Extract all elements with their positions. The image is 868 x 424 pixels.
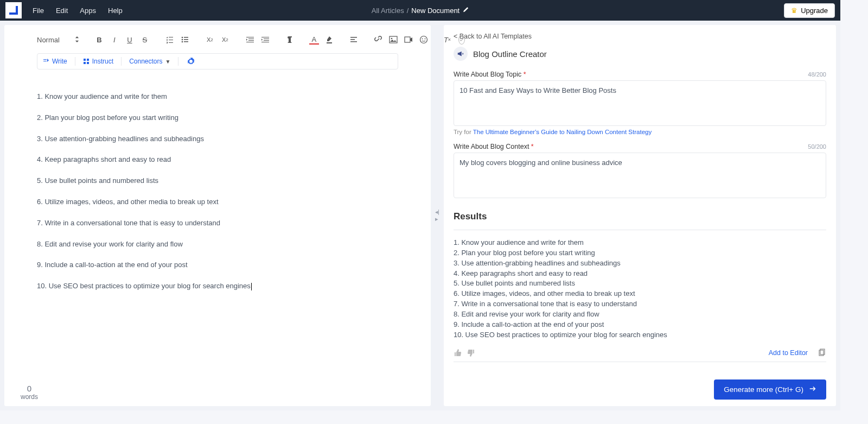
editor-line[interactable]: 10. Use SEO best practices to optimize y…	[37, 281, 398, 292]
result-line: 10. Use SEO best practices to optimize y…	[454, 330, 826, 340]
write-button[interactable]: Write	[43, 58, 67, 65]
chevron-updown-icon	[75, 36, 79, 43]
main-menu: File Edit Apps Help	[33, 7, 123, 15]
outdent-icon[interactable]	[245, 35, 255, 45]
svg-rect-12	[84, 59, 86, 61]
result-line: 7. Write in a conversational tone that i…	[454, 299, 826, 309]
editor-line[interactable]: 2. Plan your blog post before you start …	[37, 112, 398, 124]
ai-panel: < Back to All AI Templates Blog Outline …	[444, 25, 836, 406]
menu-apps[interactable]: Apps	[80, 7, 96, 15]
connectors-label: Connectors	[129, 58, 162, 65]
editor-panel: Normal B I U S	[4, 25, 431, 406]
thumbs-up-icon[interactable]	[454, 349, 462, 357]
word-count-num: 0	[21, 384, 38, 393]
editor-content[interactable]: 1. Know your audience and write for them…	[4, 75, 431, 406]
image-icon[interactable]	[388, 35, 398, 45]
unordered-list-icon[interactable]	[180, 35, 190, 45]
align-icon[interactable]	[349, 35, 358, 45]
try-example-link[interactable]: The Ultimate Beginner's Guide to Nailing…	[473, 129, 652, 135]
svg-rect-8	[405, 37, 410, 42]
menu-file[interactable]: File	[33, 7, 44, 15]
thumbs-down-icon[interactable]	[467, 349, 475, 357]
generate-more-button[interactable]: Generate more (Ctrl+ G)	[714, 379, 826, 400]
breadcrumb-doc-name[interactable]: New Document	[411, 7, 459, 15]
pen-lines-icon	[43, 58, 49, 65]
app-logo[interactable]	[5, 2, 22, 18]
result-line: 3. Use attention-grabbing headlines and …	[454, 258, 826, 269]
result-line: 8. Edit and revise your work for clarity…	[454, 309, 826, 320]
topic-counter: 48/200	[808, 71, 826, 78]
gear-icon[interactable]	[186, 56, 196, 66]
svg-rect-13	[87, 59, 89, 61]
result-line: 1. Know your audience and write for them	[454, 238, 826, 248]
add-to-editor-link[interactable]: Add to Editor	[769, 349, 808, 357]
link-icon[interactable]	[373, 35, 383, 45]
topic-input[interactable]	[454, 80, 826, 126]
text-direction-icon[interactable]	[285, 35, 294, 45]
context-input[interactable]	[454, 153, 826, 198]
chevron-down-icon: ▼	[165, 59, 171, 65]
breadcrumb-root[interactable]: All Articles	[372, 7, 404, 15]
back-to-templates-link[interactable]: < Back to All AI Templates	[454, 33, 826, 40]
editor-line[interactable]: 9. Include a call-to-action at the end o…	[37, 260, 398, 271]
copy-icon[interactable]	[818, 349, 826, 357]
bold-icon[interactable]: B	[94, 35, 104, 45]
upgrade-label: Upgrade	[801, 7, 828, 15]
svg-rect-6	[390, 36, 397, 43]
write-label: Write	[52, 58, 67, 65]
video-icon[interactable]	[404, 35, 413, 45]
instruct-label: Instruct	[92, 58, 113, 65]
style-select[interactable]: Normal	[37, 36, 79, 44]
instruct-button[interactable]: Instruct	[83, 58, 113, 65]
svg-rect-3	[184, 39, 188, 40]
editor-line[interactable]: 6. Utilize images, videos, and other med…	[37, 197, 398, 208]
breadcrumb-sep: /	[407, 7, 409, 15]
menu-edit[interactable]: Edit	[56, 7, 68, 15]
template-title: Blog Outline Creator	[454, 47, 826, 61]
results-header: Results	[454, 211, 826, 222]
underline-icon[interactable]: U	[125, 35, 135, 45]
text-color-icon[interactable]: A	[309, 35, 319, 45]
result-line: 4. Keep paragraphs short and easy to rea…	[454, 269, 826, 279]
editor-line[interactable]: 3. Use attention-grabbing headlines and …	[37, 134, 398, 145]
indent-icon[interactable]	[260, 35, 270, 45]
try-example: Try for The Ultimate Beginner's Guide to…	[454, 129, 826, 135]
svg-point-0	[182, 37, 183, 39]
editor-line[interactable]: 1. Know your audience and write for them	[37, 91, 398, 103]
grid-icon	[83, 58, 90, 65]
svg-rect-1	[184, 37, 188, 38]
connectors-dropdown[interactable]: Connectors ▼	[129, 58, 170, 65]
editor-line[interactable]: 5. Use bullet points and numbered lists	[37, 175, 398, 187]
svg-point-7	[391, 38, 393, 40]
menu-help[interactable]: Help	[108, 7, 123, 15]
ordered-list-icon[interactable]	[165, 35, 175, 45]
editor-line[interactable]: 7. Write in a conversational tone that i…	[37, 218, 398, 229]
svg-point-11	[425, 39, 426, 40]
word-count: 0 words	[21, 384, 38, 401]
style-select-label: Normal	[37, 36, 60, 44]
highlight-icon[interactable]	[324, 35, 334, 45]
context-counter: 50/200	[808, 143, 826, 150]
subscript-icon[interactable]: X2	[205, 35, 215, 45]
svg-rect-14	[84, 62, 86, 64]
pencil-icon[interactable]	[462, 7, 469, 15]
superscript-icon[interactable]: X2	[220, 35, 230, 45]
generate-more-label: Generate more (Ctrl+ G)	[724, 385, 803, 394]
emoji-icon[interactable]	[419, 35, 429, 45]
result-line: 9. Include a call-to-action at the end o…	[454, 320, 826, 330]
splitter-handle-icon: ◂ | ▸	[435, 208, 439, 223]
svg-point-2	[182, 39, 183, 41]
clear-format-icon[interactable]: T×	[444, 35, 451, 45]
strikethrough-icon[interactable]: S	[140, 35, 150, 45]
italic-icon[interactable]: I	[110, 35, 119, 45]
editor-line[interactable]: 8. Edit and revise your work for clarity…	[37, 239, 398, 250]
upgrade-button[interactable]: ♛ Upgrade	[784, 3, 835, 18]
svg-point-10	[422, 39, 423, 40]
editor-toolbar: Normal B I U S	[4, 25, 431, 75]
panel-splitter[interactable]: ◂ | ▸	[435, 25, 439, 406]
editor-line[interactable]: 4. Keep paragraphs short and easy to rea…	[37, 154, 398, 166]
result-line: 5. Use bullet points and numbered lists	[454, 279, 826, 289]
svg-rect-5	[184, 41, 188, 42]
crown-icon: ♛	[791, 7, 797, 15]
app-header: File Edit Apps Help All Articles / New D…	[0, 0, 840, 21]
